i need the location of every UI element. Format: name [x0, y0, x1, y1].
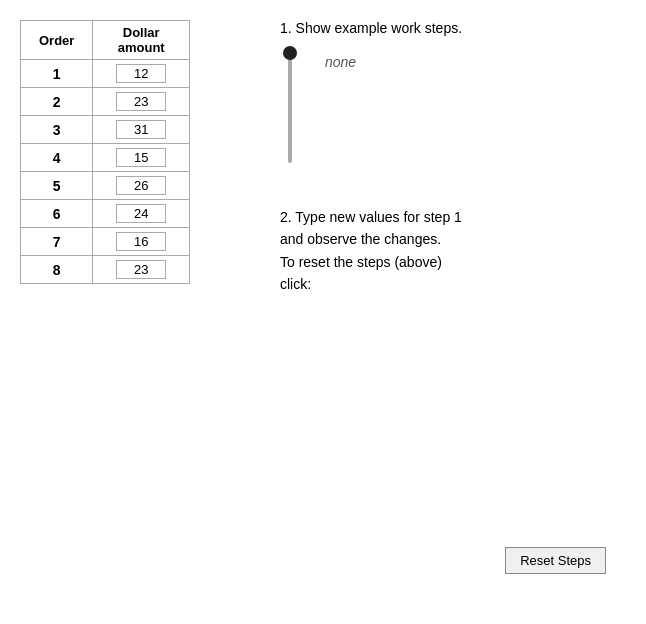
value-cell[interactable] [93, 256, 190, 284]
order-cell: 1 [21, 60, 93, 88]
order-cell: 4 [21, 144, 93, 172]
table-row: 1 [21, 60, 190, 88]
data-table: Order Dollaramount 12345678 [20, 20, 190, 284]
order-cell: 3 [21, 116, 93, 144]
slider-area: none [280, 46, 626, 166]
table-row: 5 [21, 172, 190, 200]
order-cell: 2 [21, 88, 93, 116]
order-cell: 8 [21, 256, 93, 284]
order-cell: 7 [21, 228, 93, 256]
left-panel: Order Dollaramount 12345678 [20, 20, 220, 604]
right-panel: 1. Show example work steps. none 2. Type… [220, 20, 626, 604]
value-input[interactable] [116, 92, 166, 111]
table-row: 8 [21, 256, 190, 284]
value-cell[interactable] [93, 88, 190, 116]
value-cell[interactable] [93, 200, 190, 228]
reset-steps-button[interactable]: Reset Steps [505, 547, 606, 574]
step1-label: 1. Show example work steps. [280, 20, 626, 36]
value-input[interactable] [116, 260, 166, 279]
slider-knob[interactable] [283, 46, 297, 60]
step2-section: 2. Type new values for step 1 and observ… [280, 206, 626, 296]
table-row: 6 [21, 200, 190, 228]
order-cell: 6 [21, 200, 93, 228]
slider-track [288, 53, 292, 163]
table-row: 2 [21, 88, 190, 116]
value-input[interactable] [116, 232, 166, 251]
step1-section: 1. Show example work steps. none [280, 20, 626, 166]
step2-line4: click: [280, 276, 311, 292]
value-cell[interactable] [93, 144, 190, 172]
reset-btn-container: Reset Steps [505, 547, 606, 574]
value-input[interactable] [116, 148, 166, 167]
value-input[interactable] [116, 204, 166, 223]
step2-line3: To reset the steps (above) [280, 254, 442, 270]
table-row: 3 [21, 116, 190, 144]
col-order-header: Order [21, 21, 93, 60]
slider-value-label: none [325, 54, 356, 70]
step2-line2: and observe the changes. [280, 231, 441, 247]
order-cell: 5 [21, 172, 93, 200]
value-input[interactable] [116, 120, 166, 139]
step2-text: 2. Type new values for step 1 and observ… [280, 206, 626, 296]
value-cell[interactable] [93, 60, 190, 88]
vertical-slider[interactable] [280, 46, 300, 166]
value-input[interactable] [116, 64, 166, 83]
value-cell[interactable] [93, 172, 190, 200]
col-dollar-header: Dollaramount [93, 21, 190, 60]
value-input[interactable] [116, 176, 166, 195]
table-row: 4 [21, 144, 190, 172]
value-cell[interactable] [93, 116, 190, 144]
value-cell[interactable] [93, 228, 190, 256]
table-row: 7 [21, 228, 190, 256]
step2-line1: 2. Type new values for step 1 [280, 209, 462, 225]
